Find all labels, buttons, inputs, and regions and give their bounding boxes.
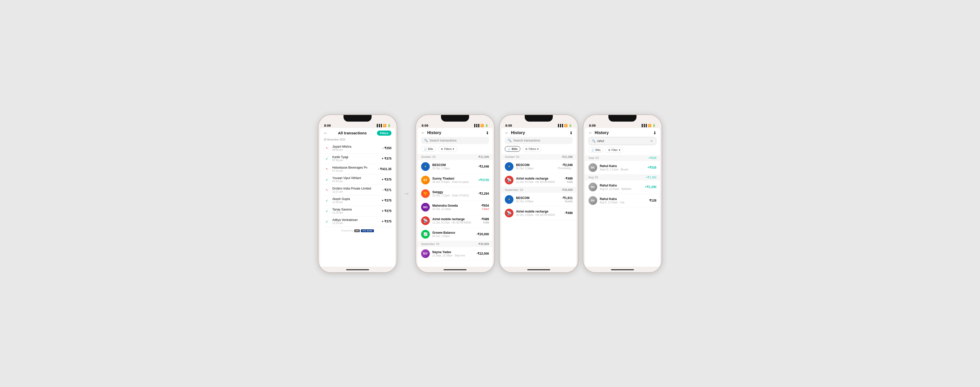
list-item[interactable]: RK Rahul Kalra Aug 31, 12:51pm Splitwise… [585, 180, 660, 194]
table-row[interactable]: ↖ Heisetasse Beverages Pv 07:21 pm - ₹43… [324, 164, 391, 174]
bescom-logo-3b: ⚡ [505, 195, 514, 204]
filter-row-4: 🧾 Bills ⚙ Filter ▾ [585, 147, 660, 155]
back-button-3[interactable]: ← [505, 131, 509, 135]
table-row[interactable]: ↙ Yuvaan Vipul Vithlani 01:52 pm + ₹375 [324, 174, 391, 185]
search-icon-4: 🔍 [592, 139, 596, 143]
screen-3: ← History ⬇ 🔍 🧾 Bills ⚙ Filters ▾ Octobe… [501, 128, 576, 267]
download-icon-4[interactable]: ⬇ [653, 131, 656, 135]
phone-3: 8:09 ▐▐▐ 🛜 🔋 ← History ⬇ 🔍 🧾 Bills ⚙ [499, 114, 578, 273]
wifi-icon-2: 🛜 [480, 124, 484, 127]
history-title-4: History [595, 131, 609, 135]
rahul-avatar-4b: RK [589, 182, 597, 191]
wifi-icon: 🛜 [383, 124, 387, 127]
tx-direction-icon: ↙ [324, 197, 330, 204]
status-bar-1: 8:09 ▐▐▐ 🛜 🔋 [318, 122, 396, 128]
battery-icon-4: 🔋 [652, 124, 656, 127]
month-header-oct-3: October '23 -₹21,096 [501, 154, 576, 160]
list-item[interactable]: ST Sunny Thadani 28 Oct, 9:42pm Poker ke… [417, 173, 493, 187]
battery-icon-2: 🔋 [485, 124, 488, 127]
month-header-sep-3: September '23 -₹30,899 [501, 187, 576, 193]
status-icons-2: ▐▐▐ 🛜 🔋 [473, 124, 488, 127]
search-bar-3[interactable]: 🔍 [505, 137, 573, 144]
history-title-2: History [427, 131, 441, 135]
upi-logo: UPI [354, 229, 360, 232]
phone-1: 8:09 ▐▐▐ 🛜 🔋 ← All transactions Filters … [318, 114, 397, 273]
wifi-icon-3: 🛜 [564, 124, 568, 127]
table-row[interactable]: ↙ Aditya Venkatesan 11:23 am + ₹375 [324, 216, 391, 227]
filters-chip-3[interactable]: ⚙ Filters ▾ [522, 146, 542, 152]
list-item[interactable]: ⚡ BESCOM 31 Oct, 1:34pm -₹2,048 Processi… [501, 160, 576, 173]
list-item[interactable]: 📡 Airtel mobile recharge 11 Oct, 9:17am … [417, 214, 493, 228]
notch-1 [344, 115, 372, 122]
search-icon-2: 🔍 [424, 139, 428, 142]
table-row[interactable]: ↙ Kartik Tyagi 07:56 pm + ₹375 [324, 154, 391, 164]
filters-badge[interactable]: Filters [377, 131, 391, 136]
download-icon-2[interactable]: ⬇ [486, 131, 489, 135]
table-row[interactable]: ↖ Jayant Mishra 08:08 pm - ₹250 [324, 143, 391, 154]
bills-chip-3[interactable]: 🧾 Bills [505, 146, 520, 152]
tx-direction-icon: ↙ [324, 155, 330, 162]
screen-1: ← All transactions Filters 28 November 2… [320, 128, 395, 267]
history-header-3: ← History ⬇ [501, 128, 576, 137]
download-icon-3[interactable]: ⬇ [570, 131, 573, 135]
battery-icon: 🔋 [387, 124, 391, 127]
list-item[interactable]: 📈 Groww Balance 04 Oct, 1:59pm -₹20,000 [417, 228, 493, 241]
back-button-1[interactable]: ← [324, 131, 328, 135]
airtel-logo-3: 📡 [505, 176, 514, 184]
signal-icon-3: ▐▐▐ [557, 124, 563, 127]
tx-direction-icon: ↙ [324, 176, 330, 183]
search-input-3[interactable] [513, 139, 570, 142]
groww-logo-2: 📈 [421, 230, 430, 238]
list-item[interactable]: 📡 Airtel mobile recharge 10 Oct, 1:55pm … [501, 206, 576, 220]
clear-search-icon[interactable]: ✕ [650, 139, 653, 143]
list-item[interactable]: ⚡ BESCOM 31 Oct, 1:34pm -₹2,048 [417, 160, 493, 173]
airtel-logo-2: 📡 [421, 216, 430, 225]
airtel-logo-3b: 📡 [505, 209, 514, 217]
list-item[interactable]: MG Mahendra Gowda 21 Oct, 12:34pm -₹934 … [417, 200, 493, 214]
status-icons-1: ▐▐▐ 🛜 🔋 [376, 124, 391, 127]
table-row[interactable]: ↖ Grofers India Private Limited 12:27 pm… [324, 185, 391, 195]
history-header-4: ← History ⬇ [585, 128, 660, 137]
list-item[interactable]: 🧡 Swiggy 22 Oct, 7:11pm Order #710221 -₹… [417, 187, 493, 200]
tx-direction-icon: ↖ [324, 187, 330, 194]
filter-chip-4[interactable]: ⚙ Filter ▾ [605, 147, 623, 153]
notch-3 [525, 115, 553, 122]
back-button-4[interactable]: ← [589, 131, 593, 135]
search-input-2[interactable] [430, 139, 486, 142]
table-row[interactable]: ↙ Tanay Saxena 11:35 am + ₹375 [324, 206, 391, 216]
list-item[interactable]: NY Nayna Yadav 12 Sept, 12:34pm Sept ren… [417, 247, 493, 261]
tx-direction-icon: ↖ [324, 166, 330, 173]
list-item[interactable]: ⚡ BESCOM 31 Oct, 4:49pm -₹1,911 ₹1,922 [501, 193, 576, 206]
list-item[interactable]: RK Rahul Kalra Aug 9, 11:43am Csb ₹128 [585, 194, 660, 208]
status-time-2: 8:09 [422, 124, 428, 128]
history-header-2: ← History ⬇ [417, 128, 493, 137]
bills-chip-2[interactable]: 🧾 Bills [421, 146, 436, 152]
status-icons-3: ▐▐▐ 🛜 🔋 [557, 124, 572, 127]
search-bar-2[interactable]: 🔍 [421, 137, 489, 144]
filters-chip-2[interactable]: ⚙ Filters ▾ [438, 146, 457, 152]
list-item[interactable]: 📡 Airtel mobile recharge 11 Oct, 9:17am … [501, 173, 576, 187]
signal-icon: ▐▐▐ [376, 124, 382, 127]
history-title-3: History [511, 131, 525, 135]
search-bar-4[interactable]: 🔍 ✕ [589, 137, 656, 145]
transition-arrow: → [402, 190, 411, 198]
notch-4 [608, 115, 636, 122]
status-bar-3: 8:09 ▐▐▐ 🛜 🔋 [500, 122, 578, 128]
bills-chip-4[interactable]: 🧾 Bills [589, 147, 603, 153]
wifi-icon-4: 🛜 [648, 124, 651, 127]
search-input-4[interactable] [597, 139, 649, 143]
page-title-1: All transactions [338, 131, 367, 135]
powered-by: Powered by UPI YES BANK [324, 229, 391, 232]
home-bar-1 [346, 269, 369, 270]
signal-icon-2: ▐▐▐ [473, 124, 479, 127]
notch-2 [441, 115, 469, 122]
yesbank-logo: YES BANK [361, 229, 374, 232]
status-time-4: 8:09 [589, 124, 596, 128]
mg-avatar-2: MG [421, 203, 430, 211]
list-item[interactable]: RK Rahul Kalra Sept 22, 1:21am Biryani +… [585, 161, 660, 174]
back-button-2[interactable]: ← [421, 131, 425, 135]
table-row[interactable]: ↙ Akash Gupta 11:38 am + ₹375 [324, 195, 391, 206]
swiggy-logo-2: 🧡 [421, 189, 430, 198]
filter-row-2: 🧾 Bills ⚙ Filters ▾ [417, 146, 493, 154]
battery-icon-3: 🔋 [569, 124, 572, 127]
